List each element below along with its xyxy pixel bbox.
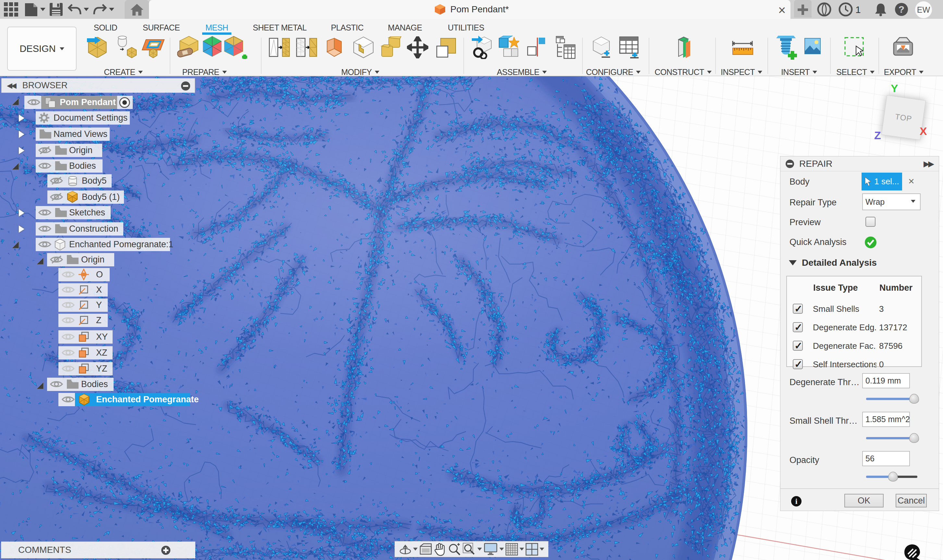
svg-text:i: i [795,497,798,506]
